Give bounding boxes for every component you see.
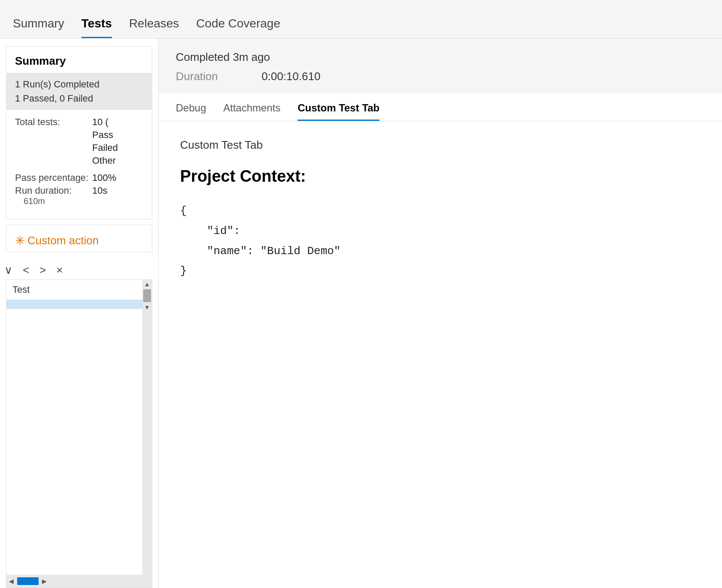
tab-summary[interactable]: Summary — [9, 17, 77, 38]
pass-percentage-value: 100% — [92, 172, 116, 183]
pass-label — [15, 129, 92, 141]
close-icon[interactable]: × — [56, 264, 63, 277]
toolbar-row: ∨ < > × — [0, 258, 158, 279]
chevron-down-icon[interactable]: ∨ — [4, 264, 12, 277]
main-layout: Summary 1 Run(s) Completed 1 Passed, 0 F… — [0, 39, 722, 588]
detail-code: { "id": "name": "Build Demo" } — [180, 201, 701, 281]
list-item-highlighted[interactable] — [6, 300, 152, 309]
tab-releases[interactable]: Releases — [125, 17, 192, 38]
run-duration-row: Run duration: 10s — [15, 185, 143, 196]
detail-subtitle: Custom Test Tab — [180, 138, 701, 152]
pass-value: Pass — [92, 129, 113, 141]
tab-custom-test-tab[interactable]: Custom Test Tab — [293, 93, 392, 121]
duration-row: Duration 0:00:10.610 — [176, 70, 705, 83]
fail-value: Failed — [92, 142, 118, 153]
run-duration-value: 10s — [92, 185, 107, 196]
summary-stats: Total tests: 10 ( Pass Failed Other Pass… — [6, 110, 152, 219]
run-duration-label: Run duration: — [15, 185, 92, 196]
test-list-scroll[interactable]: Test — [6, 280, 152, 575]
summary-card: Summary 1 Run(s) Completed 1 Passed, 0 F… — [6, 46, 152, 219]
tab-coverage[interactable]: Code Coverage — [192, 17, 293, 38]
total-tests-value: 10 ( — [92, 117, 108, 128]
fail-label — [15, 142, 92, 153]
custom-action-card[interactable]: ✳ Custom action — [6, 225, 152, 252]
run-banner-line1: 1 Run(s) Completed — [15, 77, 143, 91]
hscroll-bar: ◀ ▶ — [6, 575, 152, 588]
asterisk-icon: ✳ — [15, 234, 25, 248]
pass-percentage-label: Pass percentage: — [15, 172, 92, 183]
chevron-left-icon[interactable]: < — [23, 264, 29, 277]
hscroll-thumb[interactable] — [17, 577, 39, 585]
completed-text: Completed 3m ago — [176, 51, 705, 64]
right-panel: Completed 3m ago Duration 0:00:10.610 De… — [159, 39, 722, 588]
tab-attachments[interactable]: Attachments — [219, 93, 293, 121]
detail-content: Custom Test Tab Project Context: { "id":… — [159, 121, 722, 588]
run-duration-sub: 610m — [15, 196, 143, 212]
chevron-right-icon[interactable]: > — [39, 264, 46, 277]
hscroll-right-arrow[interactable]: ▶ — [40, 578, 48, 585]
fail-row: Failed — [15, 142, 143, 153]
left-panel: Summary 1 Run(s) Completed 1 Passed, 0 F… — [0, 39, 159, 588]
tab-tests[interactable]: Tests — [77, 17, 125, 38]
total-tests-row: Total tests: 10 ( — [15, 117, 143, 128]
top-nav: Summary Tests Releases Code Coverage — [0, 0, 722, 39]
total-tests-label: Total tests: — [15, 117, 92, 128]
duration-value: 0:00:10.610 — [262, 70, 320, 83]
pass-percentage-row: Pass percentage: 100% — [15, 172, 143, 183]
list-item[interactable]: Test — [6, 280, 152, 300]
test-list-area: Test ▲ ▼ ◀ ▶ — [6, 279, 152, 588]
tab-debug[interactable]: Debug — [171, 93, 219, 121]
custom-action-text: Custom action — [27, 234, 99, 247]
detail-section-title: Project Context: — [180, 167, 701, 186]
pass-row: Pass — [15, 129, 143, 141]
scroll-track: ▲ ▼ — [142, 280, 152, 575]
run-banner-line2: 1 Passed, 0 Failed — [15, 91, 143, 105]
scroll-up-arrow[interactable]: ▲ — [142, 280, 152, 288]
other-row: Other — [15, 155, 143, 166]
scroll-down-arrow[interactable]: ▼ — [142, 303, 152, 312]
other-label — [15, 155, 92, 166]
completed-banner: Completed 3m ago Duration 0:00:10.610 — [159, 39, 722, 93]
other-value: Other — [92, 155, 116, 166]
summary-card-title: Summary — [6, 47, 152, 73]
detail-tabs: Debug Attachments Custom Test Tab — [159, 93, 722, 121]
duration-label: Duration — [176, 70, 262, 83]
summary-run-banner: 1 Run(s) Completed 1 Passed, 0 Failed — [6, 73, 152, 110]
hscroll-left-arrow[interactable]: ◀ — [7, 578, 15, 585]
custom-action-label: ✳ Custom action — [15, 234, 143, 248]
scroll-thumb[interactable] — [143, 289, 151, 302]
